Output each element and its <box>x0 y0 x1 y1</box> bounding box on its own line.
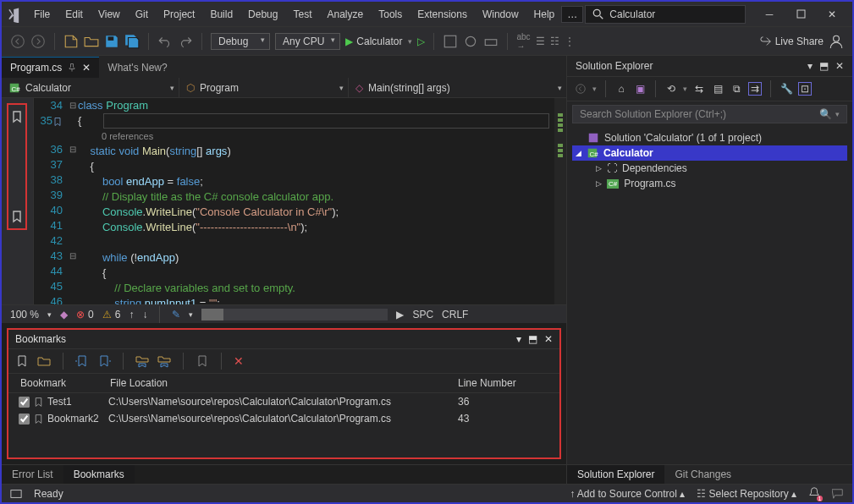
bookmark-glyph-icon[interactable] <box>10 110 24 123</box>
bookmark-checkbox[interactable] <box>19 397 30 408</box>
bookmark-next-icon[interactable] <box>97 354 111 368</box>
back-icon[interactable] <box>10 34 25 49</box>
se-solution-node[interactable]: Solution 'Calculator' (1 of 1 project) <box>572 130 847 145</box>
tab-bookmarks[interactable]: Bookmarks <box>63 465 135 484</box>
fold-column[interactable]: ⊟⊟⊟ <box>68 98 78 304</box>
tool-indent-icon[interactable]: ☰ <box>536 36 545 47</box>
errors[interactable]: ⊗0 <box>76 309 94 320</box>
tool-icon-1[interactable] <box>443 34 458 49</box>
platform-dropdown[interactable]: Any CPU <box>275 33 340 50</box>
se-pin-icon[interactable]: ⬒ <box>819 60 829 72</box>
tool-comment-icon[interactable]: ☷ <box>550 36 559 47</box>
menu-project[interactable]: Project <box>157 5 201 24</box>
tool-icon-3[interactable] <box>483 34 499 49</box>
maximize-button[interactable] <box>785 4 816 25</box>
tab-program-cs[interactable]: Program.cs ✕ <box>2 57 99 78</box>
bookmark-prev-folder-icon[interactable] <box>135 354 149 368</box>
tab-close-icon[interactable]: ✕ <box>82 62 91 74</box>
bookmark-folder-icon[interactable] <box>37 354 51 368</box>
config-dropdown[interactable]: Debug <box>211 33 270 50</box>
bookmark-next-folder-icon[interactable] <box>157 354 171 368</box>
se-file-node[interactable]: ▷ C# Program.cs <box>572 176 847 191</box>
se-collapse-icon[interactable]: ⇆ <box>692 82 706 96</box>
light-bulb-icon[interactable]: ◆ <box>60 309 68 320</box>
se-switch-icon[interactable]: ▣ <box>633 82 647 96</box>
notifications-icon[interactable]: 1 <box>808 486 820 501</box>
code-lines[interactable]: class Program{0 references static void M… <box>78 98 554 304</box>
redo-icon[interactable] <box>178 34 193 49</box>
menu-debug[interactable]: Debug <box>241 5 284 24</box>
panel-options-icon[interactable]: ▾ <box>516 333 521 345</box>
save-icon[interactable] <box>104 34 119 49</box>
menu-edit[interactable]: Edit <box>58 5 90 24</box>
tab-error-list[interactable]: Error List <box>2 465 63 484</box>
spc[interactable]: SPC <box>412 309 433 320</box>
se-back-icon[interactable] <box>574 82 587 96</box>
menu-analyze[interactable]: Analyze <box>321 5 371 24</box>
output-icon[interactable] <box>10 489 22 499</box>
bookmark-disable-icon[interactable] <box>196 354 209 368</box>
bm-col-file[interactable]: File Location <box>110 377 458 389</box>
code-area[interactable]: 343536373839404142434445464748 ⊟⊟⊟ class… <box>34 98 566 304</box>
menu-build[interactable]: Build <box>203 5 240 24</box>
se-properties-icon[interactable]: 🔧 <box>780 82 793 96</box>
tab-git-changes[interactable]: Git Changes <box>664 465 741 484</box>
bm-col-name[interactable]: Bookmark <box>8 377 110 389</box>
se-copy-icon[interactable]: ⧉ <box>730 82 743 96</box>
se-home-icon[interactable]: ⌂ <box>614 82 628 96</box>
se-filter-icon[interactable]: ⇉ <box>748 82 762 96</box>
bookmark-row[interactable]: Test1C:\Users\Name\source\repos\Calculat… <box>8 393 559 410</box>
menu-view[interactable]: View <box>91 5 127 24</box>
account-icon[interactable] <box>829 34 844 49</box>
warnings[interactable]: ⚠6 <box>102 309 121 320</box>
nav-project[interactable]: C# Calculator <box>2 78 179 97</box>
crlf[interactable]: CRLF <box>442 309 468 320</box>
pin-icon[interactable] <box>67 63 77 73</box>
menu-file[interactable]: File <box>27 5 57 24</box>
se-close-icon[interactable]: ✕ <box>835 60 844 72</box>
open-icon[interactable] <box>84 34 99 49</box>
menu-extensions[interactable]: Extensions <box>410 5 474 24</box>
menu-git[interactable]: Git <box>129 5 155 24</box>
bookmark-checkbox[interactable] <box>19 414 30 425</box>
bookmark-delete-icon[interactable]: ✕ <box>234 354 244 368</box>
undo-icon[interactable] <box>157 34 173 49</box>
menu-tools[interactable]: Tools <box>372 5 409 24</box>
horizontal-scrollbar[interactable] <box>201 309 388 320</box>
scroll-right-icon[interactable]: ▶ <box>396 309 404 320</box>
se-project-node[interactable]: ◢ C# Calculator <box>572 145 847 161</box>
bookmark-toggle-icon[interactable] <box>15 354 29 368</box>
repo-button[interactable]: ☷ Select Repository ▴ <box>697 488 796 500</box>
close-button[interactable]: ✕ <box>817 4 847 25</box>
menu-test[interactable]: Test <box>286 5 318 24</box>
bookmark-prev-icon[interactable] <box>75 354 89 368</box>
start-button[interactable]: ▶Calculator▾ <box>345 36 412 47</box>
menu-overflow-button[interactable]: … <box>561 6 583 23</box>
panel-pin-icon[interactable]: ⬒ <box>528 333 537 345</box>
panel-close-icon[interactable]: ✕ <box>544 333 553 345</box>
zoom[interactable]: 100 % <box>10 309 39 320</box>
new-icon[interactable] <box>63 34 79 49</box>
bookmark-row[interactable]: Bookmark2C:\Users\Name\source\repos\Calc… <box>8 410 559 427</box>
se-options-icon[interactable]: ▾ <box>807 60 813 72</box>
bookmark-glyph-icon[interactable] <box>10 210 24 223</box>
nav-up-icon[interactable]: ↑ <box>129 309 134 320</box>
tool-abc-icon[interactable]: abc→ <box>516 32 530 51</box>
feedback-icon[interactable] <box>832 488 844 500</box>
se-deps-node[interactable]: ▷ ⛶ Dependencies <box>572 161 847 176</box>
tab-solution-explorer[interactable]: Solution Explorer <box>567 465 664 484</box>
live-share-button[interactable]: Live Share <box>760 36 824 47</box>
bm-col-line[interactable]: Line Number <box>458 377 559 389</box>
overview-ruler[interactable] <box>554 98 566 304</box>
menu-window[interactable]: Window <box>476 5 526 24</box>
save-all-icon[interactable] <box>124 34 140 49</box>
title-search-box[interactable]: Calculator <box>585 5 746 24</box>
nav-class[interactable]: ⬡ Program <box>179 78 349 97</box>
brush-icon[interactable]: ✎ <box>172 309 180 320</box>
minimize-button[interactable]: ─ <box>754 4 785 25</box>
se-tree[interactable]: Solution 'Calculator' (1 of 1 project) ◢… <box>567 127 852 464</box>
se-show-all-icon[interactable]: ▤ <box>711 82 725 96</box>
tab-whats-new[interactable]: What's New? <box>99 57 175 78</box>
se-preview-icon[interactable]: ⊡ <box>798 82 812 96</box>
nav-down-icon[interactable]: ↓ <box>142 309 147 320</box>
